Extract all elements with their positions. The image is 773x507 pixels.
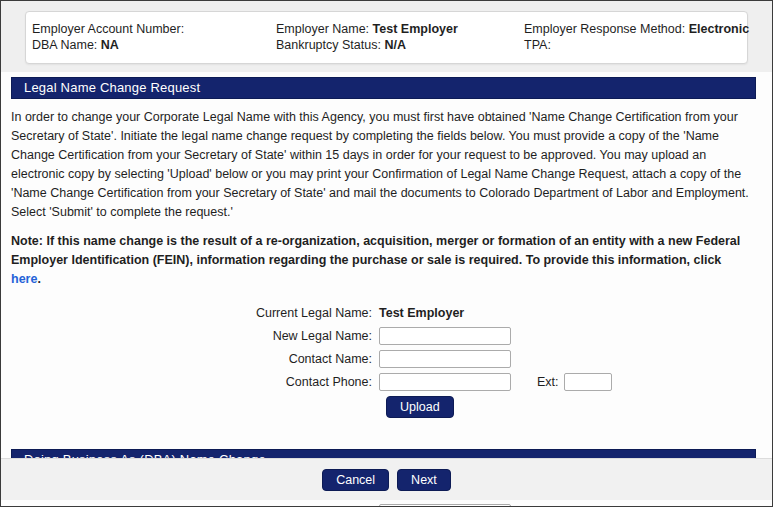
contact-name-label: Contact Name: (11, 351, 379, 368)
legal-name-change-content: In order to change your Corporate Legal … (1, 108, 772, 418)
legal-name-change-form: Current Legal Name: Test Employer New Le… (11, 305, 754, 418)
contact-name-input[interactable] (379, 350, 511, 368)
ext-label: Ext: (537, 375, 559, 389)
employer-account-number-label: Employer Account Number: (32, 22, 184, 36)
new-legal-name-input[interactable] (379, 327, 511, 345)
fein-note-period: . (37, 272, 40, 286)
bankruptcy-status-label: Bankruptcy Status: (276, 38, 381, 52)
next-button[interactable]: Next (397, 469, 451, 491)
employer-account-number-row: Employer Account Number: (32, 21, 276, 37)
employer-info-col-2: Employer Name: Test Employer Bankruptcy … (276, 21, 524, 56)
bankruptcy-status-row: Bankruptcy Status: N/A (276, 37, 524, 53)
legal-name-change-section-header: Legal Name Change Request (11, 77, 756, 99)
current-legal-name-value: Test Employer (379, 305, 464, 322)
upload-button[interactable]: Upload (386, 396, 454, 418)
dba-name-label: DBA Name: (32, 38, 97, 52)
legal-name-change-section-title: Legal Name Change Request (24, 80, 200, 95)
cancel-button[interactable]: Cancel (322, 469, 389, 491)
fein-note-text: Note: If this name change is the result … (11, 234, 740, 267)
tpa-row: TPA: (524, 37, 749, 53)
contact-phone-row: Contact Phone: Ext: (11, 373, 754, 391)
fein-here-link[interactable]: here (11, 272, 37, 286)
employer-name-row: Employer Name: Test Employer (276, 21, 524, 37)
employer-info-col-3: Employer Response Method: Electronic TPA… (524, 21, 749, 56)
fein-note: Note: If this name change is the result … (11, 232, 754, 289)
new-legal-name-row: New Legal Name: (11, 327, 754, 345)
employer-info-col-1: Employer Account Number: DBA Name: NA (32, 21, 276, 56)
employer-response-method-row: Employer Response Method: Electronic (524, 21, 749, 37)
legal-name-change-instructions: In order to change your Corporate Legal … (11, 108, 754, 222)
dba-name-row: DBA Name: NA (32, 37, 276, 53)
employer-response-method-value: Electronic (689, 22, 749, 36)
footer-action-band: Cancel Next (1, 458, 772, 500)
bankruptcy-status-value: N/A (384, 38, 406, 52)
current-legal-name-row: Current Legal Name: Test Employer (11, 305, 754, 322)
employer-name-value: Test Employer (373, 22, 458, 36)
new-legal-name-label: New Legal Name: (11, 328, 379, 345)
tpa-label: TPA: (524, 38, 551, 52)
employer-name-label: Employer Name: (276, 22, 369, 36)
employer-info-card: Employer Account Number: DBA Name: NA Em… (25, 11, 748, 64)
contact-name-row: Contact Name: (11, 350, 754, 368)
employer-response-method-label: Employer Response Method: (524, 22, 685, 36)
contact-phone-label: Contact Phone: (11, 374, 379, 391)
upload-row: Upload (11, 396, 754, 418)
current-legal-name-label: Current Legal Name: (11, 305, 379, 322)
ext-input[interactable] (564, 373, 612, 391)
contact-phone-input[interactable] (379, 373, 511, 391)
employer-info-band: Employer Account Number: DBA Name: NA Em… (1, 1, 772, 72)
page-frame: Employer Account Number: DBA Name: NA Em… (0, 0, 773, 507)
dba-name-value: NA (101, 38, 119, 52)
